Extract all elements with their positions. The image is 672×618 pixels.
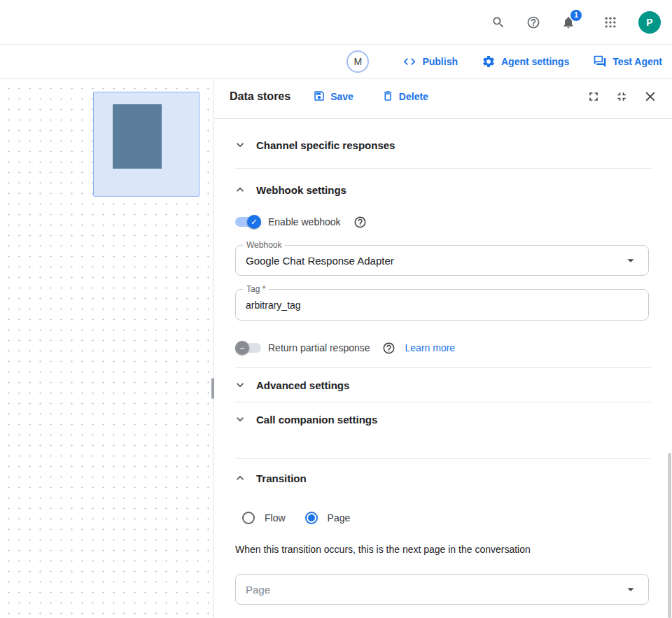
user-avatar-letter: P xyxy=(646,17,652,28)
agent-avatar[interactable]: M xyxy=(346,50,369,73)
section-channel-specific-responses[interactable]: Channel specific responses xyxy=(233,128,655,162)
code-icon xyxy=(402,55,416,69)
page-select[interactable]: Page xyxy=(235,574,649,605)
enable-webhook-label: Enable webhook xyxy=(268,216,341,227)
flow-radio-label: Flow xyxy=(265,512,286,524)
flow-radio[interactable] xyxy=(242,512,255,524)
close-icon[interactable] xyxy=(643,89,658,104)
divider xyxy=(235,168,651,169)
help-icon[interactable] xyxy=(526,15,540,29)
transition-target-radio-group: Flow Page xyxy=(242,507,350,528)
section-call-companion-settings[interactable]: Call companion settings xyxy=(233,402,655,436)
chat-icon xyxy=(593,55,607,69)
apps-grid-icon[interactable] xyxy=(603,15,617,29)
webhook-select[interactable]: Webhook Google Chat Response Adapter xyxy=(235,245,649,276)
save-icon xyxy=(313,90,326,104)
flow-node[interactable] xyxy=(93,92,200,197)
chevron-down-icon xyxy=(233,378,247,392)
divider xyxy=(214,118,672,119)
tag-field-label: Tag * xyxy=(243,284,269,294)
panel-title: Data stores xyxy=(230,90,290,103)
panel-scrollbar[interactable] xyxy=(668,453,671,618)
fullscreen-icon[interactable] xyxy=(587,90,601,104)
page-select-placeholder: Page xyxy=(246,584,270,596)
enable-webhook-toggle[interactable] xyxy=(235,215,261,229)
partial-response-row: Return partial response Learn more xyxy=(235,338,655,358)
chevron-down-icon xyxy=(233,412,247,426)
transition-description: When this transition occurs, this is the… xyxy=(235,544,651,555)
dropdown-arrow-icon xyxy=(623,253,638,268)
webhook-field-label: Webhook xyxy=(243,240,285,250)
flow-canvas[interactable] xyxy=(0,79,214,618)
help-circle-icon[interactable] xyxy=(382,342,396,355)
learn-more-link[interactable]: Learn more xyxy=(405,342,456,353)
agent-settings-button[interactable]: Agent settings xyxy=(482,55,569,69)
divider xyxy=(235,458,651,459)
notifications-icon[interactable]: 1 xyxy=(561,15,575,29)
toggle-thumb xyxy=(235,341,249,355)
toggle-thumb xyxy=(247,215,261,229)
agent-toolbar: M Publish Agent settings Test Agent xyxy=(0,45,672,79)
tag-input[interactable] xyxy=(246,300,638,311)
topbar: 1 P xyxy=(0,0,672,45)
panel-header: Data stores Save Delete xyxy=(214,79,672,114)
section-webhook-settings[interactable]: Webhook settings xyxy=(233,173,655,206)
publish-label: Publish xyxy=(422,56,458,67)
test-agent-button[interactable]: Test Agent xyxy=(593,55,662,69)
agent-avatar-letter: M xyxy=(354,56,363,67)
section-title: Webhook settings xyxy=(256,184,346,196)
chevron-up-icon xyxy=(233,183,247,197)
section-title: Channel specific responses xyxy=(256,139,395,151)
test-agent-label: Test Agent xyxy=(612,56,662,67)
gear-icon xyxy=(482,55,496,69)
help-circle-icon[interactable] xyxy=(354,216,367,229)
delete-label: Delete xyxy=(399,91,428,102)
flow-node-preview xyxy=(113,104,162,169)
section-title: Advanced settings xyxy=(256,379,349,391)
enable-webhook-row: Enable webhook xyxy=(235,212,655,232)
section-title: Call companion settings xyxy=(256,414,377,426)
agent-settings-label: Agent settings xyxy=(501,56,569,67)
page-radio[interactable] xyxy=(305,512,318,524)
save-button[interactable]: Save xyxy=(313,90,354,104)
delete-icon xyxy=(382,90,394,104)
page-radio-label: Page xyxy=(328,512,351,524)
save-label: Save xyxy=(330,91,354,102)
notification-badge: 1 xyxy=(570,10,582,21)
dropdown-arrow-icon xyxy=(623,582,638,597)
section-title: Transition xyxy=(256,472,307,484)
delete-button[interactable]: Delete xyxy=(382,90,428,104)
publish-button[interactable]: Publish xyxy=(402,55,458,69)
datastores-panel: Data stores Save Delete xyxy=(214,79,672,618)
fullscreen-exit-icon[interactable] xyxy=(615,90,629,104)
section-advanced-settings[interactable]: Advanced settings xyxy=(233,368,655,402)
user-avatar[interactable]: P xyxy=(638,11,661,34)
partial-response-label: Return partial response xyxy=(268,342,370,353)
chevron-up-icon xyxy=(233,471,247,485)
tag-field: Tag * xyxy=(235,289,649,321)
webhook-field-value: Google Chat Response Adapter xyxy=(246,255,394,267)
chevron-down-icon xyxy=(233,138,247,152)
section-transition[interactable]: Transition xyxy=(233,461,655,495)
search-icon[interactable] xyxy=(491,15,505,29)
app-window: 1 P M Publish Agent settings xyxy=(0,0,672,618)
partial-response-toggle[interactable] xyxy=(235,341,261,355)
